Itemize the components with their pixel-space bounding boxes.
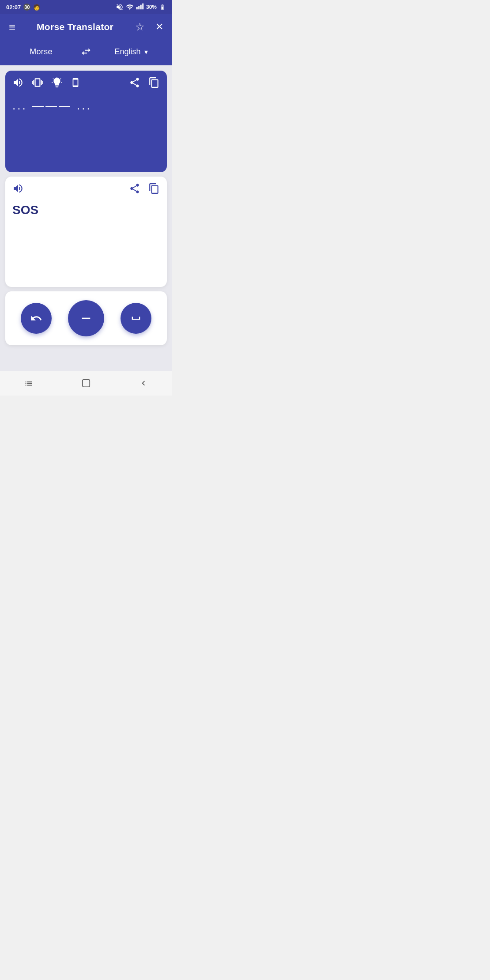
flashlight-icon[interactable] — [51, 77, 63, 88]
wifi-icon — [126, 3, 134, 11]
morse-input-text[interactable]: ... ——— ... — [12, 95, 160, 166]
translation-output-card: SOS — [5, 177, 167, 287]
dropdown-icon: ▾ — [144, 48, 148, 56]
target-lang-select[interactable]: English ▾ — [99, 47, 163, 57]
delete-button[interactable] — [68, 300, 104, 336]
mute-icon — [116, 3, 124, 11]
morse-input-card: ... ——— ... — [5, 71, 167, 172]
status-right: 30% — [116, 3, 166, 11]
app-title: Morse Translator — [17, 22, 133, 32]
share-icon[interactable] — [129, 77, 140, 88]
status-icon-figure: 🧑 — [33, 4, 40, 11]
signal-icon — [136, 3, 144, 11]
copy-icon[interactable] — [148, 77, 160, 88]
space-button[interactable] — [121, 303, 151, 334]
home-icon[interactable] — [81, 378, 91, 391]
svg-rect-6 — [83, 379, 90, 387]
app-bar-actions: ☆ ✕ — [133, 19, 165, 35]
output-toolbar-right — [129, 183, 160, 194]
favorite-icon[interactable]: ☆ — [133, 19, 147, 35]
source-lang-label: Morse — [9, 47, 73, 57]
close-icon[interactable]: ✕ — [154, 19, 165, 34]
morse-toolbar — [12, 77, 160, 88]
controls-card — [5, 291, 167, 345]
output-copy-icon[interactable] — [148, 183, 160, 194]
morse-toolbar-right — [129, 77, 160, 88]
sound-icon[interactable] — [12, 77, 24, 88]
undo-button[interactable] — [21, 303, 52, 334]
menu-icon[interactable]: ≡ — [7, 19, 17, 36]
status-icon-30: 30 — [23, 4, 30, 11]
morse-toolbar-left — [12, 77, 80, 88]
status-time: 02:07 — [6, 4, 21, 11]
svg-line-3 — [60, 79, 61, 79]
screen-icon[interactable] — [71, 78, 80, 87]
output-toolbar-left — [12, 183, 24, 194]
battery-percent: 30% — [146, 4, 157, 10]
svg-rect-0 — [162, 7, 163, 9]
status-left: 02:07 30 🧑 — [6, 4, 40, 11]
vibrate-icon[interactable] — [32, 77, 43, 88]
output-sound-icon[interactable] — [12, 183, 24, 194]
status-bar: 02:07 30 🧑 30% — [0, 0, 172, 14]
swap-languages-button[interactable] — [73, 46, 99, 57]
output-share-icon[interactable] — [129, 183, 140, 194]
back-icon[interactable] — [139, 378, 148, 391]
lang-bar: Morse English ▾ — [0, 40, 172, 65]
translation-text: SOS — [12, 201, 160, 281]
output-toolbar — [12, 183, 160, 194]
main-content: ... ——— ... SOS — [0, 65, 172, 371]
recent-apps-icon[interactable] — [24, 378, 34, 391]
battery-icon — [159, 4, 166, 11]
svg-line-2 — [53, 79, 54, 79]
nav-bar — [0, 371, 172, 396]
app-bar: ≡ Morse Translator ☆ ✕ — [0, 14, 172, 40]
target-lang-text: English — [114, 47, 140, 57]
